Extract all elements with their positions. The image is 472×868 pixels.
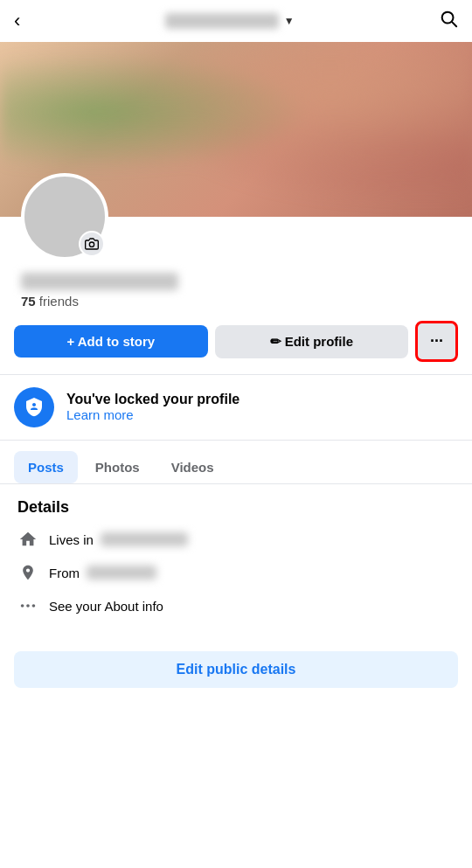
friends-label: friends [39,294,79,309]
locked-profile-banner: You've locked your profile Learn more [0,374,472,441]
home-icon [17,529,38,550]
lives-in-value-blur [101,532,188,546]
avatar-container [21,173,108,260]
search-button[interactable] [439,9,458,33]
username-blur [165,13,279,29]
lock-icon-wrap [14,387,54,427]
top-nav: ‹ ▼ [0,0,472,42]
lives-in-row: Lives in [17,529,455,550]
edit-profile-button[interactable]: ✏ Edit profile [215,325,409,358]
from-label: From [49,566,80,580]
from-value-blur [87,566,156,580]
tab-photos[interactable]: Photos [81,451,154,483]
learn-more-link[interactable]: Learn more [66,407,134,422]
see-about-text[interactable]: See your About info [49,599,163,614]
friends-count: 75 friends [21,294,458,309]
details-section: Details Lives in From [0,484,472,642]
svg-point-2 [89,242,94,247]
back-button[interactable]: ‹ [14,10,20,32]
locked-text: You've locked your profile Learn more [66,392,239,423]
profile-name [21,273,178,290]
tabs-section: Posts Photos Videos [0,451,472,484]
tab-posts[interactable]: Posts [14,451,78,483]
dropdown-arrow-icon[interactable]: ▼ [284,15,295,27]
svg-line-1 [452,22,456,26]
profile-section: 75 friends + Add to story ✏ Edit profile… [0,217,472,441]
search-icon [439,9,458,28]
friends-number: 75 [21,294,36,309]
add-to-story-button[interactable]: + Add to story [14,325,208,358]
from-text: From [49,566,156,580]
svg-point-3 [21,604,24,608]
dots-icon [17,595,38,616]
shield-lock-icon [24,397,45,418]
action-buttons: + Add to story ✏ Edit profile ··· [14,321,458,362]
camera-badge-button[interactable] [79,231,105,257]
edit-public-btn-wrap: Edit public details [0,642,472,702]
tabs-row: Posts Photos Videos [14,451,458,483]
lives-in-label: Lives in [49,532,94,547]
camera-icon [85,237,99,251]
more-options-button[interactable]: ··· [415,321,458,362]
from-row: From [17,562,455,583]
lives-in-text: Lives in [49,532,188,547]
locked-title: You've locked your profile [66,392,239,407]
details-title: Details [17,498,455,517]
username-area: ▼ [165,13,295,29]
svg-point-5 [32,604,36,608]
location-icon [17,562,38,583]
tab-videos[interactable]: Videos [157,451,228,483]
svg-point-4 [26,604,30,608]
edit-public-details-button[interactable]: Edit public details [14,651,458,688]
see-about-row: See your About info [17,595,455,616]
